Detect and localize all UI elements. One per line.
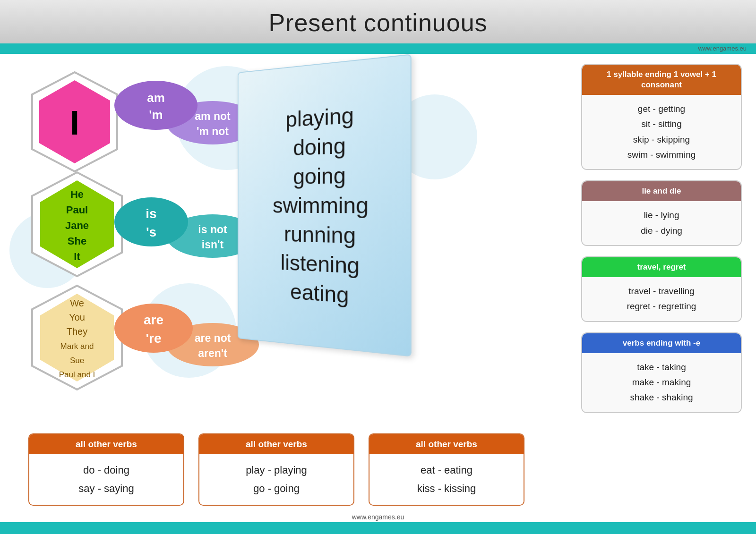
pronoun-he-group: HePaulJaneSheIt [65,186,89,264]
website-bottom: www.engames.eu [352,513,404,521]
pronoun-i: I [70,103,79,142]
verb-box-2-header: all other verbs [199,434,353,454]
is-not-text: is notisn't [198,222,227,252]
verb-box-2: all other verbs play - playinggo - going [198,433,354,506]
page-title: Present continuous [0,8,756,37]
am-text: am'm [147,89,165,124]
header: Present continuous [0,0,756,43]
rule-body-3: travel - travellingregret - regretting [582,277,741,321]
are-blob-container: are're [113,302,194,356]
rules-area: 1 syllable ending 1 vowel + 1 consonant … [581,64,742,424]
center-word-playing: playing [286,100,354,134]
he-hexagon-container: HePaulJaneSheIt [27,170,127,280]
is-text: is's [146,204,156,241]
verb-box-1-header: all other verbs [29,434,183,454]
rule-box-3: travel, regret travel - travellingregret… [581,256,742,322]
are-text: are're [144,311,163,348]
verb-box-1: all other verbs do - doingsay - saying [28,433,184,506]
rule-header-3: travel, regret [582,257,741,277]
rule-box-2: lie and die lie - lyingdie - dying [581,180,742,246]
center-card: playing doing going swimming running lis… [238,54,412,356]
rule-body-2: lie - lyingdie - dying [582,201,741,245]
website-top: www.engames.eu [698,45,747,52]
rule-header-2: lie and die [582,181,741,201]
verb-box-1-body: do - doingsay - saying [29,454,183,505]
footer-bar [0,522,756,534]
rule-header-1: 1 syllable ending 1 vowel + 1 consonant [582,65,741,95]
center-word-going: going [293,161,346,191]
i-hexagon-container: I [27,70,122,176]
teal-bar-top [0,43,756,54]
center-word-doing: doing [293,131,346,162]
center-word-swimming: swimming [273,190,369,220]
is-blob-container: is's [113,196,189,250]
rule-box-4: verbs ending with -e take - takingmake -… [581,332,742,413]
rule-header-4: verbs ending with -e [582,333,741,353]
verb-box-3-header: all other verbs [369,434,524,454]
are-not-text: are notaren't [195,331,231,361]
am-not-text: am not'm not [195,109,230,139]
pronoun-we-group: WeYouTheyMark and SuePaul and I [52,296,102,381]
rule-body-4: take - takingmake - makingshake - shakin… [582,353,741,412]
center-word-eating: eating [290,277,349,310]
rule-body-1: get - gettingsit - sittingskip - skippin… [582,95,741,169]
verb-box-3: all other verbs eat - eatingkiss - kissi… [369,433,524,506]
we-hexagon-container: WeYouTheyMark and SuePaul and I [27,283,127,394]
verb-box-2-body: play - playinggo - going [199,454,353,505]
main-container: Present continuous www.engames.eu I HePa… [0,0,756,534]
center-word-listening: listening [281,248,360,280]
verb-box-3-body: eat - eatingkiss - kissing [369,454,524,505]
am-blob-container: am'm [113,79,198,133]
bottom-area: all other verbs do - doingsay - saying a… [28,433,524,506]
rule-box-1: 1 syllable ending 1 vowel + 1 consonant … [581,64,742,170]
center-word-running: running [284,220,356,250]
